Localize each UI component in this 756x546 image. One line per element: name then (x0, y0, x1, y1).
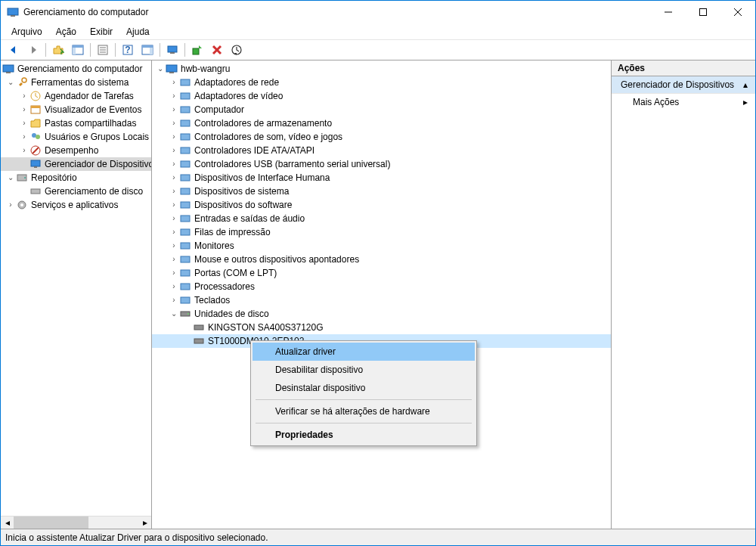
ctx-uninstall-device[interactable]: Desinstalar dispositivo (253, 379, 475, 397)
chevron-right-icon[interactable]: › (169, 159, 179, 169)
ctx-disable-device[interactable]: Desabilitar dispositivo (253, 361, 475, 379)
tree-event-viewer[interactable]: › Visualizador de Eventos (1, 103, 151, 116)
device-root[interactable]: ⌄ hwb-wangru (152, 62, 611, 76)
ctx-update-driver[interactable]: Atualizar driver (253, 343, 475, 361)
device-disk-1[interactable]: KINGSTON SA400S37120G (152, 321, 611, 334)
horizontal-scrollbar[interactable]: ◂ ▸ (1, 516, 151, 529)
chevron-right-icon[interactable]: › (5, 200, 16, 210)
device-category[interactable]: ›Dispositivos do software (152, 198, 611, 212)
chevron-right-icon[interactable]: › (169, 200, 179, 210)
scroll-right-button[interactable]: ▸ (138, 517, 151, 529)
device-category[interactable]: ›Processadores (152, 280, 611, 293)
tree-services-apps[interactable]: › Serviços e aplicativos (1, 198, 151, 212)
computer-icon-button[interactable] (163, 42, 181, 58)
help-button[interactable]: ? (119, 42, 137, 58)
chevron-right-icon[interactable]: › (169, 281, 179, 292)
disk-icon (193, 335, 205, 347)
back-button[interactable] (5, 42, 23, 58)
update-driver-button[interactable] (188, 42, 206, 58)
tree-label: Teclados (194, 293, 230, 307)
device-category-disks[interactable]: ⌄ Unidades de disco (152, 307, 611, 321)
chevron-right-icon[interactable]: › (19, 118, 29, 129)
device-category[interactable]: ›Teclados (152, 293, 611, 307)
device-category[interactable]: ›Controladores IDE ATA/ATAPI (152, 144, 611, 157)
tree-users-groups[interactable]: › Usuários e Grupos Locais (1, 130, 151, 144)
chevron-right-icon[interactable]: › (169, 91, 179, 101)
svg-rect-54 (181, 229, 190, 235)
chevron-right-icon[interactable]: › (169, 295, 179, 306)
scan-hardware-button[interactable] (228, 42, 246, 58)
forward-button[interactable] (24, 42, 42, 58)
maximize-button[interactable] (686, 1, 720, 23)
scroll-thumb[interactable] (14, 517, 88, 529)
toggle-actions-button[interactable] (138, 42, 156, 58)
device-tree[interactable]: ⌄ hwb-wangru ›Adaptadores de rede›Adapta… (152, 60, 611, 349)
minimize-button[interactable] (651, 1, 686, 23)
chevron-right-icon[interactable]: › (169, 186, 179, 197)
actions-section[interactable]: Gerenciador de Dispositivos ▴ (612, 76, 755, 94)
chevron-right-icon[interactable]: › (169, 254, 179, 265)
device-category[interactable]: ›Filas de impressão (152, 225, 611, 239)
console-tree[interactable]: Gerenciamento do computador ⌄ Ferramenta… (1, 60, 151, 516)
chevron-right-icon[interactable]: › (19, 132, 29, 142)
svg-rect-43 (181, 79, 190, 85)
chevron-right-icon[interactable]: › (169, 268, 179, 278)
device-category[interactable]: ›Computador (152, 103, 611, 116)
scroll-left-button[interactable]: ◂ (1, 517, 14, 529)
uninstall-button[interactable] (208, 42, 226, 58)
ctx-properties[interactable]: Propriedades (253, 426, 475, 444)
menu-file[interactable]: Arquivo (5, 25, 48, 39)
tree-root[interactable]: Gerenciamento do computador (1, 62, 151, 76)
device-manager-icon (29, 158, 42, 170)
actions-more[interactable]: Mais Ações ▸ (612, 94, 755, 110)
chevron-right-icon[interactable]: › (169, 172, 179, 183)
chevron-right-icon[interactable]: › (169, 227, 179, 237)
menu-action[interactable]: Ação (50, 25, 82, 39)
chevron-right-icon[interactable]: › (169, 145, 179, 156)
device-category[interactable]: ›Dispositivos de sistema (152, 185, 611, 198)
tree-device-manager[interactable]: Gerenciador de Dispositivos (1, 157, 151, 171)
chevron-right-icon[interactable]: › (169, 77, 179, 88)
chevron-down-icon[interactable]: ⌄ (155, 64, 166, 74)
svg-rect-19 (170, 52, 175, 54)
chevron-right-icon[interactable]: › (169, 240, 179, 251)
tree-performance[interactable]: › Desempenho (1, 144, 151, 157)
menu-help[interactable]: Ajuda (120, 25, 156, 39)
tree-label: Dispositivos do software (194, 198, 292, 212)
close-button[interactable] (720, 1, 755, 23)
tree-storage[interactable]: ⌄ Repositório (1, 171, 151, 185)
actions-section-label: Gerenciador de Dispositivos (621, 79, 734, 90)
device-category[interactable]: ›Controladores USB (barramento serial un… (152, 157, 611, 171)
tree-system-tools[interactable]: ⌄ Ferramentas do sistema (1, 76, 151, 89)
device-category[interactable]: ›Portas (COM e LPT) (152, 266, 611, 280)
tree-shared-folders[interactable]: › Pastas compartilhadas (1, 116, 151, 130)
tree-task-scheduler[interactable]: › Agendador de Tarefas (1, 89, 151, 103)
device-category[interactable]: ›Controladores de armazenamento (152, 116, 611, 130)
device-category[interactable]: ›Adaptadores de rede (152, 76, 611, 89)
chevron-right-icon[interactable]: › (169, 104, 179, 115)
tree-disk-management[interactable]: Gerenciamento de disco (1, 185, 151, 198)
scroll-track[interactable] (14, 517, 138, 529)
device-category[interactable]: ›Mouse e outros dispositivos apontadores (152, 253, 611, 266)
ctx-scan-hardware[interactable]: Verificar se há alterações de hardware (253, 402, 475, 420)
up-button[interactable] (49, 42, 67, 58)
show-tree-button[interactable] (69, 42, 87, 58)
chevron-right-icon[interactable]: › (19, 91, 29, 101)
tree-label: Repositório (31, 171, 77, 185)
device-category[interactable]: ›Entradas e saídas de áudio (152, 212, 611, 225)
chevron-down-icon[interactable]: ⌄ (5, 172, 16, 183)
chevron-right-icon[interactable]: › (169, 213, 179, 224)
chevron-right-icon[interactable]: › (19, 145, 29, 156)
menu-view[interactable]: Exibir (84, 25, 119, 39)
chevron-down-icon[interactable]: ⌄ (5, 77, 16, 88)
chevron-right-icon[interactable]: › (169, 118, 179, 129)
svg-rect-25 (6, 72, 11, 73)
device-category[interactable]: ›Adaptadores de vídeo (152, 89, 611, 103)
chevron-right-icon[interactable]: › (19, 104, 29, 115)
chevron-down-icon[interactable]: ⌄ (169, 309, 179, 319)
device-category[interactable]: ›Dispositivos de Interface Humana (152, 171, 611, 185)
chevron-right-icon[interactable]: › (169, 132, 179, 142)
device-category[interactable]: ›Monitores (152, 239, 611, 253)
device-category[interactable]: ›Controladores de som, vídeo e jogos (152, 130, 611, 144)
properties-button[interactable] (94, 42, 112, 58)
